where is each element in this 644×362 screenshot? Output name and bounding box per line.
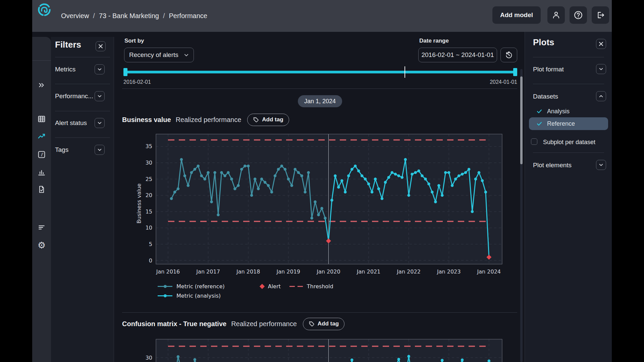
rail-item-performance-active[interactable] <box>36 130 48 142</box>
plots-panel: Plots Plot format Datasets Analysis Refe… <box>525 32 612 362</box>
alert-diamond-swatch <box>259 284 265 289</box>
plot-format-expand-button[interactable] <box>596 64 606 74</box>
legend-threshold[interactable]: Threshold <box>289 283 333 290</box>
bar-chart-icon <box>37 168 46 176</box>
date-range-slider[interactable] <box>123 71 517 73</box>
chart1-header: Business value Realized performance Add … <box>122 113 289 126</box>
filter-section-tags: Tags <box>55 146 68 154</box>
slider-boundary-marker[interactable] <box>405 66 405 78</box>
rail-item-reports[interactable] <box>36 183 48 195</box>
main-scrollbar-track[interactable] <box>520 69 523 362</box>
table-icon <box>37 115 46 123</box>
plot-elements-label: Plot elements <box>533 162 572 169</box>
trend-line-icon <box>37 132 46 141</box>
date-range-label: Date range <box>419 38 449 44</box>
slider-start-date: 2016-02-01 <box>123 79 151 85</box>
logout-icon <box>596 11 605 19</box>
chevron-down-icon <box>97 121 102 125</box>
slider-handle-end[interactable] <box>513 68 517 76</box>
check-icon <box>536 121 542 127</box>
close-icon <box>98 44 103 49</box>
filters-divider <box>55 57 110 57</box>
rail-item-distributions[interactable] <box>36 166 48 178</box>
tags-expand-button[interactable] <box>95 145 105 155</box>
svg-text:30: 30 <box>146 355 152 361</box>
chevron-up-icon <box>599 94 603 99</box>
plots-divider <box>533 84 604 84</box>
plots-close-button[interactable] <box>596 39 606 49</box>
section-divider <box>122 88 517 89</box>
nannyml-logo-icon[interactable] <box>38 3 51 16</box>
sort-by-select[interactable]: Recency of alerts <box>124 48 194 62</box>
reference-line-swatch <box>158 286 172 287</box>
filter-section-alert-status: Alert status <box>55 119 87 127</box>
rail-item-settings[interactable]: ⚙ <box>36 239 48 251</box>
plots-title: Plots <box>533 37 554 48</box>
rail-item-functions[interactable]: f <box>36 148 48 161</box>
user-icon <box>552 11 560 19</box>
history-clock-icon <box>505 51 513 59</box>
legend-alert[interactable]: Alert <box>260 283 281 290</box>
user-account-button[interactable] <box>547 6 565 24</box>
datasets-collapse-button[interactable] <box>596 91 606 101</box>
left-icon-rail: f ⚙ <box>32 37 51 362</box>
plot-format-label: Plot format <box>533 66 564 73</box>
threshold-dash-swatch <box>289 286 303 287</box>
filter-lines-icon <box>37 223 46 232</box>
chevron-down-icon <box>599 67 603 71</box>
date-marker-chip: Jan 1, 2024 <box>298 95 342 107</box>
filters-panel: Filters Metrics Performanc... Alert stat… <box>51 37 114 362</box>
chart1-title: Business value <box>122 116 171 124</box>
svg-text:Jan 2020: Jan 2020 <box>316 268 340 275</box>
chart1-add-tag-button[interactable]: Add tag <box>247 114 289 126</box>
svg-text:15: 15 <box>146 208 152 215</box>
expand-sidebar-button[interactable] <box>36 79 48 91</box>
analysis-line-swatch <box>158 295 172 296</box>
chevron-down-icon <box>97 147 102 152</box>
svg-text:0: 0 <box>149 257 152 264</box>
slider-handle-start[interactable] <box>123 68 127 76</box>
main-scrollbar-thumb[interactable] <box>520 76 523 164</box>
filters-divider <box>55 111 110 111</box>
dataset-item-reference[interactable]: Reference <box>529 117 608 130</box>
logout-button[interactable] <box>592 6 609 24</box>
metrics-expand-button[interactable] <box>95 64 105 74</box>
svg-text:30: 30 <box>146 160 152 166</box>
svg-text:25: 25 <box>146 176 152 182</box>
svg-text:10: 10 <box>146 225 152 231</box>
chart2-title: Confusion matrix - True negative <box>122 320 226 328</box>
function-square-icon: f <box>37 150 46 159</box>
chevron-down-icon <box>599 163 603 167</box>
breadcrumb-overview[interactable]: Overview <box>61 12 89 20</box>
chevron-down-icon <box>97 67 102 72</box>
confusion-matrix-true-negative-chart[interactable]: 30 <box>133 339 517 362</box>
plot-elements-expand-button[interactable] <box>596 160 606 170</box>
help-button[interactable] <box>570 6 587 24</box>
rail-item-data[interactable] <box>36 113 48 125</box>
date-range-history-button[interactable] <box>500 48 517 62</box>
date-range-input[interactable] <box>418 48 497 62</box>
business-value-chart[interactable]: 05101520253035Jan 2016Jan 2017Jan 2018Ja… <box>133 131 517 279</box>
svg-text:Jan 2021: Jan 2021 <box>357 268 380 275</box>
rail-item-filter-lines[interactable] <box>36 221 48 233</box>
chart1-subtitle: Realized performance <box>176 116 241 124</box>
dataset-label: Reference <box>547 120 575 127</box>
chart2-header: Confusion matrix - True negative Realize… <box>122 317 344 330</box>
dataset-label: Analysis <box>547 108 570 115</box>
subplot-per-dataset-checkbox[interactable] <box>531 138 537 145</box>
dataset-item-analysis[interactable]: Analysis <box>529 105 608 118</box>
svg-text:Jan 2017: Jan 2017 <box>196 268 220 275</box>
legend-metric-analysis[interactable]: Metric (analysis) <box>158 293 221 299</box>
breadcrumb-separator: / <box>93 12 95 20</box>
slider-end-date: 2024-01-01 <box>486 79 517 85</box>
svg-text:Jan 2022: Jan 2022 <box>396 268 420 275</box>
alert-status-expand-button[interactable] <box>95 118 105 128</box>
chevron-down-icon <box>97 94 102 99</box>
performance-expand-button[interactable] <box>95 91 105 101</box>
filters-close-button[interactable] <box>96 41 106 51</box>
chevron-down-icon <box>184 53 189 58</box>
close-icon <box>599 42 603 46</box>
legend-metric-reference[interactable]: Metric (reference) <box>158 283 225 290</box>
chart2-add-tag-button[interactable]: Add tag <box>303 318 344 330</box>
app-root: Overview / 73 - Bank Marketing / Perform… <box>32 0 612 362</box>
